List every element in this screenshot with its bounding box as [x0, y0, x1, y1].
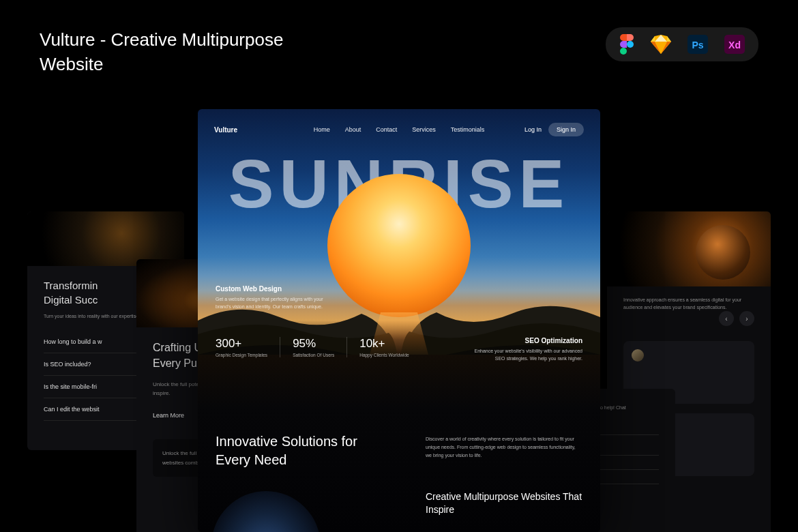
svg-rect-6: [627, 34, 630, 41]
bottom-title: Creative Multipurpose Websites That Insp…: [426, 490, 582, 517]
stat-item: 95% Satisfaction Of Users: [280, 337, 347, 357]
stat-label: Graphic Design Templates: [216, 353, 267, 357]
nav-contact[interactable]: Contact: [376, 126, 397, 133]
bc-frag: Innovative approach ensures a seamless d…: [623, 296, 754, 311]
nav-about[interactable]: About: [345, 126, 361, 133]
svg-rect-5: [623, 34, 627, 41]
login-button[interactable]: Log In: [524, 126, 542, 133]
feature-title: Custom Web Design: [216, 285, 331, 293]
logo[interactable]: Vulture: [214, 126, 237, 134]
next-arrow-button[interactable]: ›: [739, 311, 754, 326]
figma-icon: [619, 34, 634, 55]
xd-icon: Xd: [724, 35, 745, 54]
feature-title: SEO Optimization: [467, 337, 582, 344]
sketch-icon: [651, 35, 671, 54]
stat-item: 10k+ Happy Clients Worldwide: [347, 337, 422, 357]
hero-card: SUNRISE Vulture Home About Contact Servi…: [198, 109, 600, 532]
stat-number: 10k+: [359, 337, 409, 351]
stat-label: Satisfaction Of Users: [293, 353, 334, 357]
feature-desc: Get a website design that perfectly alig…: [216, 296, 331, 310]
stat-label: Happy Clients Worldwide: [359, 353, 409, 357]
stat-number: 95%: [293, 337, 334, 351]
photoshop-icon: Ps: [688, 35, 708, 54]
planet-image: [607, 211, 771, 286]
space-image: [27, 211, 184, 266]
bc-heading-line1: Transformin: [44, 280, 98, 291]
tool-badges: Ps Xd: [606, 27, 758, 61]
svg-point-4: [620, 48, 627, 55]
innovative-desc: Discover a world of creativity where eve…: [426, 435, 582, 460]
stat-item: 300+ Graphic Design Templates: [216, 337, 280, 357]
nav-testimonials[interactable]: Testimonials: [451, 126, 485, 133]
prev-arrow-button[interactable]: ‹: [719, 311, 734, 326]
innovative-title: Innovative Solutions for Every Need: [216, 432, 372, 469]
signin-button[interactable]: Sign In: [548, 123, 584, 136]
nav-home[interactable]: Home: [314, 126, 330, 133]
nav-services[interactable]: Services: [412, 126, 436, 133]
svg-text:Ps: Ps: [692, 40, 703, 50]
stats-row: 300+ Graphic Design Templates 95% Satisf…: [216, 337, 422, 357]
product-title: Vulture - Creative Multipurpose Website: [40, 27, 333, 77]
svg-rect-7: [623, 41, 627, 48]
svg-point-3: [627, 41, 634, 48]
bc-heading-line2: Digital Succ: [44, 294, 98, 306]
svg-text:Xd: Xd: [728, 40, 741, 50]
avatar: [632, 349, 644, 361]
feature-desc: Enhance your website's visibility with o…: [467, 348, 582, 362]
stat-number: 300+: [216, 337, 267, 351]
